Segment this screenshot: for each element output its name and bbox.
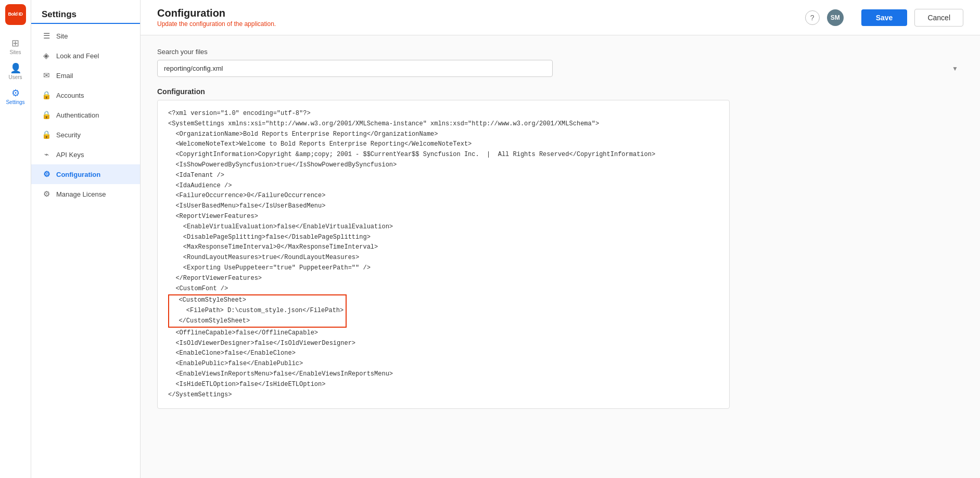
auth-icon: 🔒 bbox=[42, 110, 51, 120]
sidebar-item-authentication[interactable]: 🔒 Authentication bbox=[31, 105, 140, 125]
sidebar-label-auth: Authentication bbox=[56, 111, 99, 119]
config-line: <IsShowPoweredBySyncfusion>true</IsShowP… bbox=[168, 160, 719, 171]
config-line: </SystemSettings> bbox=[168, 390, 719, 401]
config-line: <IsOldViewerDesigner>false</IsOldViewerD… bbox=[168, 339, 719, 349]
save-button[interactable]: Save bbox=[861, 9, 908, 26]
topbar: Configuration Update the configuration o… bbox=[141, 0, 980, 35]
license-icon: ⚙ bbox=[42, 189, 51, 199]
nav-label-users: Users bbox=[8, 74, 22, 80]
email-icon: ✉ bbox=[42, 71, 51, 80]
page-title: Configuration bbox=[157, 7, 276, 19]
config-section-label: Configuration bbox=[157, 87, 963, 96]
icon-nav: Bold ID ⊞ Sites 👤 Users ⚙ Settings bbox=[0, 0, 31, 478]
logo[interactable]: Bold ID bbox=[5, 4, 26, 25]
content-area: Search your files reporting/config.xml ▼… bbox=[141, 35, 980, 478]
sidebar-label-email: Email bbox=[56, 72, 73, 80]
file-select-wrap: reporting/config.xml ▼ bbox=[157, 60, 963, 77]
config-line: <WelcomeNoteText>Welcome to Bold Reports… bbox=[168, 139, 719, 150]
sidebar-label-license: Manage License bbox=[56, 190, 106, 198]
help-icon-text: ? bbox=[810, 14, 814, 22]
sidebar-item-api-keys[interactable]: ⌁ API Keys bbox=[31, 145, 140, 164]
config-line: <EnableViewsInReportsMenu>false</EnableV… bbox=[168, 369, 719, 380]
config-line: <CopyrightInformation>Copyright &amp;cop… bbox=[168, 150, 719, 160]
sidebar-label-accounts: Accounts bbox=[56, 92, 84, 99]
config-line: <CustomFont /> bbox=[168, 284, 719, 294]
config-line: <ReportViewerFeatures> bbox=[168, 212, 719, 222]
sidebar-label-site: Site bbox=[56, 32, 68, 40]
sidebar-item-accounts[interactable]: 🔒 Accounts bbox=[31, 85, 140, 105]
sidebar-label-look: Look and Feel bbox=[56, 52, 99, 60]
nav-item-settings[interactable]: ⚙ Settings bbox=[0, 83, 31, 108]
sidebar-item-site[interactable]: ☰ Site bbox=[31, 26, 140, 46]
config-line: <IdaAudience /> bbox=[168, 181, 719, 191]
config-line: </ReportViewerFeatures> bbox=[168, 274, 719, 284]
config-line: <Exporting UsePuppeteer="true" Puppeteer… bbox=[168, 263, 719, 274]
config-line: <MaxResponseTimeInterval>0</MaxResponseT… bbox=[168, 242, 719, 253]
topbar-icons: ? SM bbox=[805, 9, 844, 26]
nav-item-sites[interactable]: ⊞ Sites bbox=[0, 33, 31, 58]
page-subtitle: Update the configuration of the applicat… bbox=[157, 20, 276, 28]
config-line: <OrganizationName>Bold Reports Enterpris… bbox=[168, 130, 719, 140]
config-line: <CustomStyleSheet> bbox=[171, 295, 343, 306]
config-line: <?xml version="1.0" encoding="utf-8"?> bbox=[168, 109, 719, 119]
search-label: Search your files bbox=[157, 48, 963, 56]
look-icon: ◈ bbox=[42, 51, 51, 60]
config-line: <DisablePageSplitting>false</DisablePage… bbox=[168, 232, 719, 243]
topbar-right: ? SM Save Cancel bbox=[805, 9, 963, 27]
sidebar-item-security[interactable]: 🔒 Security bbox=[31, 125, 140, 145]
avatar[interactable]: SM bbox=[827, 9, 844, 26]
sidebar-item-configuration[interactable]: ⚙ Configuration bbox=[31, 164, 140, 184]
config-line: <IsUserBasedMenu>false</IsUserBasedMenu> bbox=[168, 201, 719, 212]
config-line: <EnableVirtualEvaluation>false</EnableVi… bbox=[168, 222, 719, 232]
sidebar-title: Settings bbox=[31, 0, 140, 24]
sites-icon: ⊞ bbox=[11, 38, 19, 48]
config-line: <EnableClone>false</EnableClone> bbox=[168, 348, 719, 359]
config-icon: ⚙ bbox=[42, 170, 51, 179]
main-area: Configuration Update the configuration o… bbox=[141, 0, 980, 478]
nav-label-settings: Settings bbox=[6, 99, 24, 105]
nav-item-users[interactable]: 👤 Users bbox=[0, 58, 31, 83]
config-line: <EnablePublic>false</EnablePublic> bbox=[168, 359, 719, 369]
config-line: <IsHideETLOption>false</IsHideETLOption> bbox=[168, 380, 719, 390]
topbar-left: Configuration Update the configuration o… bbox=[157, 7, 276, 28]
sidebar-item-email[interactable]: ✉ Email bbox=[31, 66, 140, 85]
config-line: <SystemSettings xmlns:xsi="http://www.w3… bbox=[168, 119, 719, 130]
sidebar-item-manage-license[interactable]: ⚙ Manage License bbox=[31, 184, 140, 204]
logo-text: Bold ID bbox=[8, 12, 23, 17]
config-line: <RoundLayoutMeasures>true</RoundLayoutMe… bbox=[168, 253, 719, 263]
sidebar-label-api: API Keys bbox=[56, 151, 84, 159]
help-icon[interactable]: ? bbox=[805, 10, 820, 25]
config-line: <FailureOccurrence>0</FailureOccurrence> bbox=[168, 191, 719, 201]
avatar-initials: SM bbox=[831, 14, 840, 21]
cancel-button[interactable]: Cancel bbox=[914, 9, 963, 27]
users-icon: 👤 bbox=[10, 63, 21, 73]
sidebar-label-security: Security bbox=[56, 131, 81, 139]
site-icon: ☰ bbox=[42, 31, 51, 41]
config-box: <?xml version="1.0" encoding="utf-8"?><S… bbox=[157, 100, 730, 409]
config-line: <FilePath> D:\custom_style.json</FilePat… bbox=[171, 306, 343, 316]
sidebar-item-look-and-feel[interactable]: ◈ Look and Feel bbox=[31, 46, 140, 66]
accounts-icon: 🔒 bbox=[42, 91, 51, 100]
security-icon: 🔒 bbox=[42, 130, 51, 139]
config-line: <OfflineCapable>false</OfflineCapable> bbox=[168, 328, 719, 339]
config-line: </CustomStyleSheet> bbox=[171, 316, 343, 327]
settings-icon: ⚙ bbox=[11, 88, 20, 98]
sidebar-label-config: Configuration bbox=[56, 171, 100, 178]
chevron-down-icon: ▼ bbox=[952, 65, 958, 72]
config-line: <IdaTenant /> bbox=[168, 171, 719, 181]
file-select[interactable]: reporting/config.xml bbox=[157, 60, 553, 77]
api-icon: ⌁ bbox=[42, 150, 51, 159]
sidebar: Settings ☰ Site ◈ Look and Feel ✉ Email … bbox=[31, 0, 141, 478]
nav-label-sites: Sites bbox=[9, 49, 21, 55]
